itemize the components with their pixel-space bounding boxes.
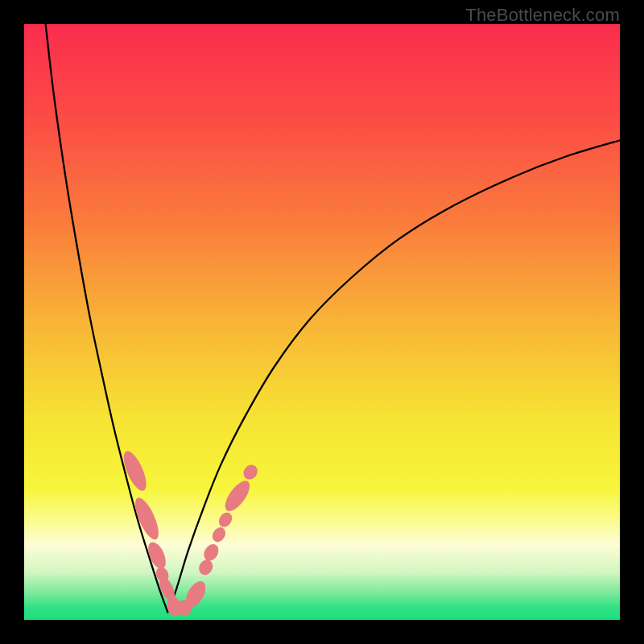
marker-group <box>119 448 261 617</box>
marker-blob <box>210 525 229 544</box>
marker-blob <box>221 477 254 514</box>
curves-layer <box>24 24 620 620</box>
chart-frame: TheBottleneck.com <box>0 0 644 644</box>
marker-blob <box>201 542 221 564</box>
marker-blob <box>217 510 235 530</box>
marker-blob <box>241 462 261 482</box>
curve-right-branch <box>167 140 620 612</box>
plot-area <box>24 24 620 620</box>
marker-blob <box>196 557 216 577</box>
marker-blob <box>130 495 163 543</box>
watermark-text: TheBottleneck.com <box>465 5 620 26</box>
